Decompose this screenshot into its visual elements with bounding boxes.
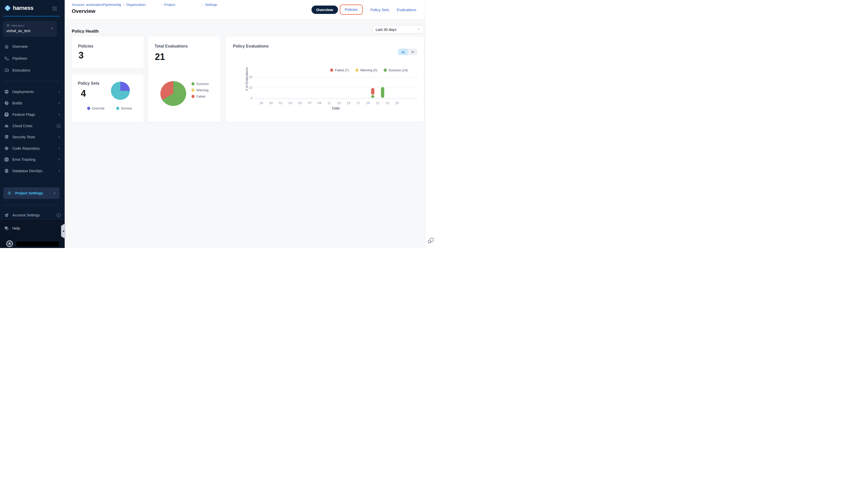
svg-text:</>: </> [5,148,7,149]
chevron-separator: › [123,3,124,6]
evaluations-pie-chart [160,81,186,106]
legend-label: Success [196,82,209,86]
harness-logo[interactable]: harness [4,4,33,12]
sidebar-item-help[interactable]: ? Help [0,223,65,233]
page-title: Overview [72,8,95,14]
section-title: Policy Health [72,29,99,34]
sidebar-item-builds[interactable]: Builds [0,98,65,108]
tab-overview[interactable]: Overview [311,5,338,14]
sidebar-item-cloud-costs[interactable]: $ Cloud Costs i [0,121,65,131]
x-axis-tick-label: 01 [277,101,285,105]
sidebar-item-code-repository[interactable]: </> Code Repository [0,143,65,153]
chevron-right-icon [58,113,61,116]
legend-item-service[interactable]: Service [116,106,132,110]
policy-evaluations-card: Policy Evaluations Failed (7) Warning (0… [226,36,424,122]
tab-policies[interactable]: Policies [345,7,358,12]
x-axis-tick-label: 09 [316,101,323,105]
sidebar: harness PROJECT vishal_av_test Overview … [0,0,65,248]
sidebar-item-label: Code Repository [12,146,40,151]
sidebar-item-executions[interactable]: Executions [0,65,65,75]
card-title: Policies [78,44,93,48]
database-devops-icon [4,168,9,173]
sidebar-item-label: Account Settings [12,213,40,217]
harness-logo-icon [4,4,11,12]
legend-dot [192,82,194,86]
sidebar-item-label: Security Tests [12,135,35,139]
x-axis-tick-label: 25 [393,101,401,105]
legend-item-warning[interactable]: Warning [192,88,209,92]
policies-count: 3 [79,50,84,61]
sidebar-item-account-settings[interactable]: Account Settings i [0,210,65,220]
sidebar-item-label: Help [12,226,20,230]
project-selector[interactable]: PROJECT vishal_av_test [3,21,57,37]
sidebar-item-security-tests[interactable]: Security Tests [0,132,65,142]
sidebar-item-label: Overview [12,45,28,48]
legend-item-failed[interactable]: Failed [192,95,209,98]
date-range-select[interactable]: Last 30 days [372,25,424,34]
bar-segment-failed [371,88,374,95]
sidebar-accent-line [3,16,60,16]
error-tracking-icon [4,157,9,162]
breadcrumb: Account: automationPipelinesNg › Organiz… [72,3,217,6]
sidebar-item-pipelines[interactable]: Pipelines [0,53,65,63]
legend-dot [192,95,194,98]
x-axis-tick-label: 11 [325,101,333,105]
cube-icon [6,24,10,27]
project-kicker-label: PROJECT [11,24,25,27]
sidebar-divider [3,81,60,81]
sidebar-item-label: Project Settings [15,191,43,195]
sidebar-item-label: Executions [12,68,30,72]
legend-label: Override [92,106,105,110]
annotation-highlight-box: Policies [340,4,363,15]
tab-bar: Overview Policies Policy Sets Evaluation… [311,0,416,19]
app-grid-icon[interactable] [52,6,57,11]
sidebar-item-label: Feature Flags [12,112,35,117]
chevron-right-icon [50,27,54,31]
chevron-right-icon [58,90,61,93]
sidebar-item-deployments[interactable]: Deployments [0,87,65,97]
chevron-right-icon [58,136,61,139]
x-axis-tick-label: 23 [384,101,391,105]
policy-sets-legend: Override Service [87,106,132,110]
gear-icon [7,191,12,196]
total-evaluations-count: 21 [155,51,165,62]
sidebar-divider [3,205,60,205]
sidebar-item-label: Pipelines [12,56,27,60]
security-tests-icon [4,135,9,140]
user-avatar[interactable]: A [6,241,13,247]
breadcrumb-settings-link[interactable]: Settings [205,3,217,6]
legend-label: Warning [196,88,208,92]
sidebar-item-database-devops[interactable]: Database DevOps [0,166,65,176]
breadcrumb-organization-link[interactable]: Organization: [126,3,146,6]
sidebar-item-feature-flags[interactable]: Feature Flags [0,109,65,120]
legend-item-success[interactable]: Success [192,82,209,86]
y-axis-tick-label: 0 [244,96,252,100]
legend-dot [192,89,194,92]
policy-sets-card: Policy Sets 4 Override Service [71,75,144,122]
gridline [255,77,417,77]
y-axis-title: # of Evaluations [245,64,249,94]
x-axis-tick-label: 05 [296,101,304,105]
evaluations-pie-legend: Success Warning Failed [192,82,209,98]
page-header: Account: automationPipelinesNg › Organiz… [65,0,425,19]
policies-card: Policies 3 [71,36,144,69]
card-title: Policy Sets [78,81,99,86]
chevron-separator: › [202,3,203,6]
card-title: Total Evaluations [155,44,188,48]
tab-evaluations[interactable]: Evaluations [397,7,416,12]
code-repository-icon: </> [4,146,9,151]
tab-policy-sets[interactable]: Policy Sets [370,7,389,12]
breadcrumb-account-link[interactable]: Account: automationPipelinesNg [72,3,121,6]
sidebar-item-error-tracking[interactable]: Error Tracking [0,154,65,165]
legend-item-override[interactable]: Override [87,106,105,110]
chevron-right-icon [53,192,56,195]
chat-bubbles-icon[interactable] [427,237,434,245]
sidebar-item-overview[interactable]: Overview [0,42,65,51]
sidebar-collapse-handle[interactable]: ◀ [61,223,65,239]
legend-dot [116,107,119,110]
cloud-costs-icon: $ [4,123,9,128]
breadcrumb-project-link[interactable]: Project: [164,3,176,6]
sidebar-item-project-settings[interactable]: Project Settings [3,187,60,199]
bar-chart-plot-area: # of Evaluations Date 010202830010305070… [226,36,424,122]
chevron-down-icon [417,27,421,32]
